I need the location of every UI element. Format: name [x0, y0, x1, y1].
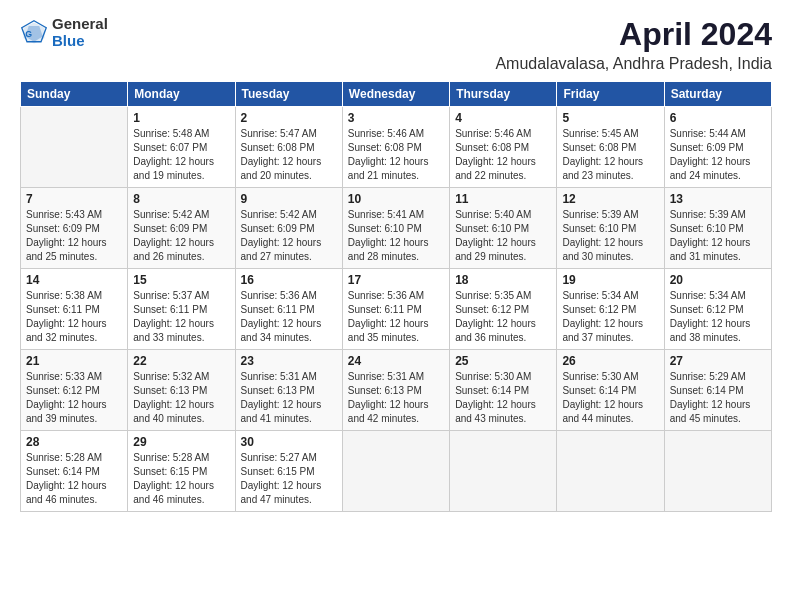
day-number: 30 — [241, 435, 337, 449]
day-detail: Sunrise: 5:37 AM Sunset: 6:11 PM Dayligh… — [133, 289, 229, 345]
logo-blue-text: Blue — [52, 33, 108, 50]
calendar-cell: 22Sunrise: 5:32 AM Sunset: 6:13 PM Dayli… — [128, 350, 235, 431]
day-detail: Sunrise: 5:40 AM Sunset: 6:10 PM Dayligh… — [455, 208, 551, 264]
calendar-cell: 4Sunrise: 5:46 AM Sunset: 6:08 PM Daylig… — [450, 107, 557, 188]
calendar-cell: 1Sunrise: 5:48 AM Sunset: 6:07 PM Daylig… — [128, 107, 235, 188]
calendar-cell — [21, 107, 128, 188]
calendar-cell: 30Sunrise: 5:27 AM Sunset: 6:15 PM Dayli… — [235, 431, 342, 512]
day-number: 17 — [348, 273, 444, 287]
col-saturday: Saturday — [664, 82, 771, 107]
calendar-cell — [342, 431, 449, 512]
day-detail: Sunrise: 5:39 AM Sunset: 6:10 PM Dayligh… — [670, 208, 766, 264]
calendar-cell: 18Sunrise: 5:35 AM Sunset: 6:12 PM Dayli… — [450, 269, 557, 350]
day-detail: Sunrise: 5:34 AM Sunset: 6:12 PM Dayligh… — [562, 289, 658, 345]
day-detail: Sunrise: 5:34 AM Sunset: 6:12 PM Dayligh… — [670, 289, 766, 345]
day-number: 20 — [670, 273, 766, 287]
day-detail: Sunrise: 5:46 AM Sunset: 6:08 PM Dayligh… — [455, 127, 551, 183]
day-detail: Sunrise: 5:43 AM Sunset: 6:09 PM Dayligh… — [26, 208, 122, 264]
calendar-cell: 29Sunrise: 5:28 AM Sunset: 6:15 PM Dayli… — [128, 431, 235, 512]
calendar-week-row: 21Sunrise: 5:33 AM Sunset: 6:12 PM Dayli… — [21, 350, 772, 431]
day-detail: Sunrise: 5:45 AM Sunset: 6:08 PM Dayligh… — [562, 127, 658, 183]
logo-text: General Blue — [52, 16, 108, 49]
day-number: 24 — [348, 354, 444, 368]
day-detail: Sunrise: 5:42 AM Sunset: 6:09 PM Dayligh… — [241, 208, 337, 264]
day-number: 9 — [241, 192, 337, 206]
day-detail: Sunrise: 5:33 AM Sunset: 6:12 PM Dayligh… — [26, 370, 122, 426]
calendar-cell: 3Sunrise: 5:46 AM Sunset: 6:08 PM Daylig… — [342, 107, 449, 188]
calendar-cell: 5Sunrise: 5:45 AM Sunset: 6:08 PM Daylig… — [557, 107, 664, 188]
calendar-cell: 6Sunrise: 5:44 AM Sunset: 6:09 PM Daylig… — [664, 107, 771, 188]
calendar-cell: 26Sunrise: 5:30 AM Sunset: 6:14 PM Dayli… — [557, 350, 664, 431]
day-number: 14 — [26, 273, 122, 287]
calendar-cell: 24Sunrise: 5:31 AM Sunset: 6:13 PM Dayli… — [342, 350, 449, 431]
day-number: 2 — [241, 111, 337, 125]
calendar-cell: 14Sunrise: 5:38 AM Sunset: 6:11 PM Dayli… — [21, 269, 128, 350]
day-number: 11 — [455, 192, 551, 206]
calendar-cell — [450, 431, 557, 512]
col-wednesday: Wednesday — [342, 82, 449, 107]
day-number: 22 — [133, 354, 229, 368]
day-number: 23 — [241, 354, 337, 368]
calendar-table: Sunday Monday Tuesday Wednesday Thursday… — [20, 81, 772, 512]
day-number: 13 — [670, 192, 766, 206]
day-detail: Sunrise: 5:36 AM Sunset: 6:11 PM Dayligh… — [241, 289, 337, 345]
col-sunday: Sunday — [21, 82, 128, 107]
subtitle: Amudalavalasa, Andhra Pradesh, India — [495, 55, 772, 73]
logo-general-text: General — [52, 16, 108, 33]
day-detail: Sunrise: 5:38 AM Sunset: 6:11 PM Dayligh… — [26, 289, 122, 345]
day-number: 8 — [133, 192, 229, 206]
col-tuesday: Tuesday — [235, 82, 342, 107]
day-number: 7 — [26, 192, 122, 206]
logo-icon: G — [20, 19, 48, 47]
day-number: 4 — [455, 111, 551, 125]
day-number: 12 — [562, 192, 658, 206]
calendar-cell: 12Sunrise: 5:39 AM Sunset: 6:10 PM Dayli… — [557, 188, 664, 269]
calendar-cell: 11Sunrise: 5:40 AM Sunset: 6:10 PM Dayli… — [450, 188, 557, 269]
day-detail: Sunrise: 5:28 AM Sunset: 6:14 PM Dayligh… — [26, 451, 122, 507]
day-detail: Sunrise: 5:48 AM Sunset: 6:07 PM Dayligh… — [133, 127, 229, 183]
day-detail: Sunrise: 5:31 AM Sunset: 6:13 PM Dayligh… — [241, 370, 337, 426]
day-number: 27 — [670, 354, 766, 368]
day-detail: Sunrise: 5:32 AM Sunset: 6:13 PM Dayligh… — [133, 370, 229, 426]
day-detail: Sunrise: 5:30 AM Sunset: 6:14 PM Dayligh… — [562, 370, 658, 426]
day-detail: Sunrise: 5:44 AM Sunset: 6:09 PM Dayligh… — [670, 127, 766, 183]
day-number: 10 — [348, 192, 444, 206]
calendar-cell: 13Sunrise: 5:39 AM Sunset: 6:10 PM Dayli… — [664, 188, 771, 269]
title-block: April 2024 Amudalavalasa, Andhra Pradesh… — [495, 16, 772, 73]
day-detail: Sunrise: 5:29 AM Sunset: 6:14 PM Dayligh… — [670, 370, 766, 426]
day-detail: Sunrise: 5:41 AM Sunset: 6:10 PM Dayligh… — [348, 208, 444, 264]
day-number: 26 — [562, 354, 658, 368]
calendar-cell — [664, 431, 771, 512]
col-monday: Monday — [128, 82, 235, 107]
day-detail: Sunrise: 5:42 AM Sunset: 6:09 PM Dayligh… — [133, 208, 229, 264]
day-number: 15 — [133, 273, 229, 287]
day-detail: Sunrise: 5:46 AM Sunset: 6:08 PM Dayligh… — [348, 127, 444, 183]
svg-text:G: G — [25, 28, 32, 38]
col-friday: Friday — [557, 82, 664, 107]
day-number: 29 — [133, 435, 229, 449]
calendar-header-row: Sunday Monday Tuesday Wednesday Thursday… — [21, 82, 772, 107]
day-detail: Sunrise: 5:36 AM Sunset: 6:11 PM Dayligh… — [348, 289, 444, 345]
day-number: 18 — [455, 273, 551, 287]
calendar-cell: 2Sunrise: 5:47 AM Sunset: 6:08 PM Daylig… — [235, 107, 342, 188]
day-detail: Sunrise: 5:27 AM Sunset: 6:15 PM Dayligh… — [241, 451, 337, 507]
calendar-cell: 20Sunrise: 5:34 AM Sunset: 6:12 PM Dayli… — [664, 269, 771, 350]
day-number: 25 — [455, 354, 551, 368]
calendar-cell: 23Sunrise: 5:31 AM Sunset: 6:13 PM Dayli… — [235, 350, 342, 431]
day-number: 3 — [348, 111, 444, 125]
calendar-cell: 7Sunrise: 5:43 AM Sunset: 6:09 PM Daylig… — [21, 188, 128, 269]
calendar-cell: 9Sunrise: 5:42 AM Sunset: 6:09 PM Daylig… — [235, 188, 342, 269]
col-thursday: Thursday — [450, 82, 557, 107]
day-detail: Sunrise: 5:47 AM Sunset: 6:08 PM Dayligh… — [241, 127, 337, 183]
calendar-cell: 17Sunrise: 5:36 AM Sunset: 6:11 PM Dayli… — [342, 269, 449, 350]
calendar-cell — [557, 431, 664, 512]
calendar-cell: 19Sunrise: 5:34 AM Sunset: 6:12 PM Dayli… — [557, 269, 664, 350]
day-detail: Sunrise: 5:31 AM Sunset: 6:13 PM Dayligh… — [348, 370, 444, 426]
calendar-week-row: 7Sunrise: 5:43 AM Sunset: 6:09 PM Daylig… — [21, 188, 772, 269]
day-detail: Sunrise: 5:30 AM Sunset: 6:14 PM Dayligh… — [455, 370, 551, 426]
day-number: 28 — [26, 435, 122, 449]
day-number: 16 — [241, 273, 337, 287]
day-number: 19 — [562, 273, 658, 287]
calendar-cell: 16Sunrise: 5:36 AM Sunset: 6:11 PM Dayli… — [235, 269, 342, 350]
day-detail: Sunrise: 5:28 AM Sunset: 6:15 PM Dayligh… — [133, 451, 229, 507]
